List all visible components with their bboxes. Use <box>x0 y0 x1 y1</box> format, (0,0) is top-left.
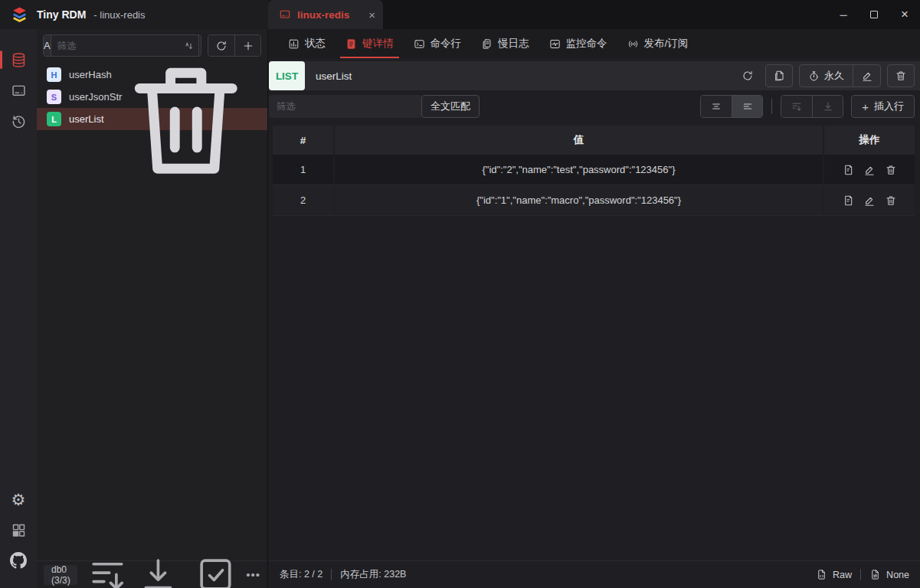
tab-status[interactable]: 状态 <box>280 29 334 58</box>
rail-github-button[interactable] <box>0 545 37 576</box>
rail-extensions-button[interactable] <box>0 514 37 545</box>
tab-label: 状态 <box>305 37 326 51</box>
connection-tab-linux-redis[interactable]: linux-redis × <box>268 0 383 29</box>
load-more-rows-button[interactable] <box>781 96 812 117</box>
edit-row-icon[interactable] <box>863 194 876 207</box>
load-all-rows-button[interactable] <box>812 96 843 117</box>
tab-pubsub[interactable]: 发布/订阅 <box>619 29 697 58</box>
edit-ttl-button[interactable] <box>853 65 880 87</box>
connection-tab-label: linux-redis <box>297 9 349 21</box>
rail-database-button[interactable] <box>0 44 37 75</box>
tab-monitor[interactable]: 监控命令 <box>541 29 616 58</box>
delete-key-icon[interactable] <box>112 62 260 193</box>
copy-row-icon[interactable] <box>842 164 854 176</box>
header-value: 值 <box>333 126 823 155</box>
window-controls: ─ × <box>828 0 920 29</box>
table-row[interactable]: 1 {"id":"2","name":"test","password":"12… <box>273 155 915 185</box>
app-logo-icon <box>10 5 29 24</box>
value-toolbar-right: + 插入行 <box>700 95 915 118</box>
search-icon <box>199 40 201 52</box>
view-format-selector[interactable]: Raw <box>816 569 852 580</box>
value-filter-input[interactable] <box>269 95 421 118</box>
key-type-badge: LIST <box>269 61 305 90</box>
more-actions-button[interactable]: ••• <box>246 573 260 577</box>
monitor-icon <box>11 83 27 99</box>
header-actions: 操作 <box>823 126 915 155</box>
tab-slowlog[interactable]: 慢日志 <box>473 29 538 58</box>
function-tabs: 状态 键详情 命令行 慢日志 <box>269 29 920 58</box>
rail-server-button[interactable] <box>0 75 37 106</box>
decode-format-icon <box>869 569 881 580</box>
github-icon <box>10 552 27 569</box>
tab-close-icon[interactable]: × <box>368 9 375 21</box>
nav-rail: ⚙ <box>0 29 37 588</box>
load-more-keys-button[interactable] <box>87 554 129 588</box>
ttl-button[interactable]: 永久 <box>800 65 853 87</box>
status-divider <box>331 569 332 580</box>
table-row[interactable]: 2 {"id":"1","name":"macro","password":"1… <box>273 185 915 216</box>
delete-row-icon[interactable] <box>885 194 897 207</box>
download-icon <box>137 554 179 588</box>
row-value: {"id":"1","name":"macro","password":"123… <box>333 185 823 215</box>
delete-row-icon[interactable] <box>885 164 897 176</box>
load-actions-group <box>781 95 843 118</box>
delete-key-button[interactable] <box>887 64 915 87</box>
hash-type-chip: H <box>47 67 61 82</box>
copy-key-button[interactable] <box>765 64 793 87</box>
close-button[interactable]: × <box>889 0 920 29</box>
gear-icon: ⚙ <box>11 492 26 508</box>
load-all-keys-button[interactable] <box>137 554 179 588</box>
tab-label: 监控命令 <box>566 37 607 51</box>
tab-label: 键详情 <box>362 37 394 51</box>
rail-history-button[interactable] <box>0 106 37 136</box>
insert-row-button[interactable]: + 插入行 <box>851 95 915 118</box>
row-actions <box>823 155 915 185</box>
reload-value-button[interactable] <box>736 64 759 87</box>
header-index: # <box>273 126 333 155</box>
checkbox-mode-button[interactable] <box>195 554 237 588</box>
tab-label: 发布/订阅 <box>644 37 689 51</box>
key-browser-panel: A <box>37 29 268 588</box>
add-key-button[interactable] <box>234 35 260 56</box>
key-item-userList[interactable]: L userList <box>37 108 267 130</box>
search-button[interactable] <box>198 35 201 56</box>
row-value: {"id":"2","name":"test","password":"1234… <box>333 155 823 185</box>
copy-row-icon[interactable] <box>842 194 854 207</box>
trash-icon <box>895 70 907 82</box>
key-item-label: userList <box>69 113 104 125</box>
match-mode-button[interactable]: A <box>44 35 51 56</box>
align-left-lines-icon <box>742 100 754 113</box>
value-toolbar: 全文匹配 <box>269 92 920 121</box>
plus-icon <box>242 40 254 52</box>
row-actions <box>823 185 915 215</box>
fulltext-match-button[interactable]: 全文匹配 <box>421 95 480 118</box>
rail-settings-button[interactable]: ⚙ <box>0 484 37 514</box>
browser-actions-group <box>208 34 261 57</box>
decode-format-selector[interactable]: None <box>869 569 909 580</box>
row-index: 2 <box>273 185 333 215</box>
edit-row-icon[interactable] <box>863 164 876 176</box>
plus-icon: + <box>862 101 869 113</box>
tab-key-detail[interactable]: 键详情 <box>337 29 402 58</box>
apps-grid-icon <box>11 522 27 538</box>
row-index: 1 <box>273 155 333 185</box>
list-type-chip: L <box>47 112 61 126</box>
full-view-button[interactable] <box>732 96 762 117</box>
tab-label: 命令行 <box>431 37 462 51</box>
tab-cli[interactable]: 命令行 <box>405 29 470 58</box>
db-selector[interactable]: db0 (3/3) <box>44 565 77 585</box>
key-filter-input[interactable] <box>57 41 181 51</box>
status-divider <box>860 569 861 580</box>
connection-tabstrip: linux-redis × ─ × <box>268 0 920 29</box>
tab-label: 慢日志 <box>498 37 529 51</box>
compact-view-button[interactable] <box>701 96 732 117</box>
view-format-value: Raw <box>833 570 852 580</box>
memory-usage: 内存占用: 232B <box>340 568 406 581</box>
reload-keys-button[interactable] <box>208 35 234 56</box>
minimize-button[interactable]: ─ <box>828 0 859 29</box>
sort-icon[interactable] <box>184 41 194 51</box>
maximize-button[interactable] <box>859 0 889 29</box>
server-icon <box>279 8 291 21</box>
entries-count: 条目: 2 / 2 <box>280 568 322 581</box>
status-bar-right: Raw None <box>816 569 909 580</box>
